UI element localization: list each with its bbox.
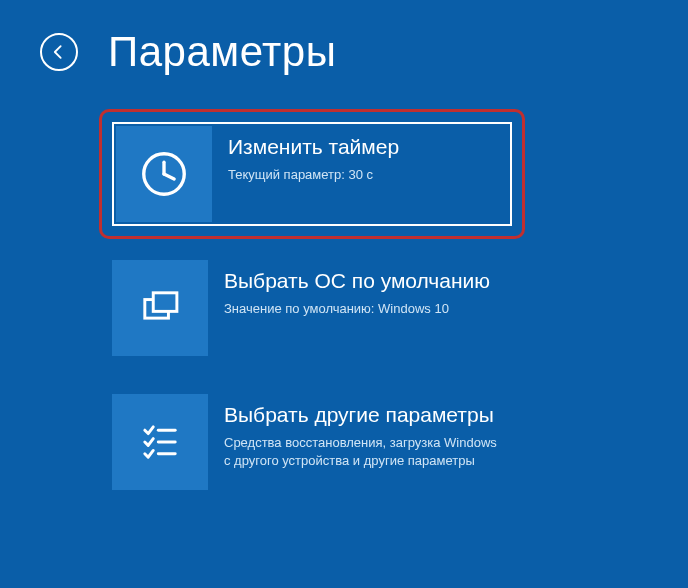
svg-line-2 <box>164 174 174 179</box>
option-title: Изменить таймер <box>228 134 399 160</box>
option-title: Выбрать другие параметры <box>224 402 498 428</box>
clock-icon <box>116 126 212 222</box>
option-change-timer[interactable]: Изменить таймер Текущий параметр: 30 с <box>106 116 518 232</box>
svg-rect-4 <box>153 293 177 312</box>
arrow-left-icon <box>49 42 69 62</box>
option-title: Выбрать ОС по умолчанию <box>224 268 490 294</box>
option-choose-other[interactable]: Выбрать другие параметры Средства восста… <box>112 394 512 506</box>
option-choose-default-os[interactable]: Выбрать ОС по умолчанию Значение по умол… <box>112 260 512 372</box>
checklist-icon <box>112 394 208 490</box>
option-subtitle: Средства восстановления, загрузка Window… <box>224 434 498 469</box>
page-title: Параметры <box>108 28 336 76</box>
option-subtitle: Значение по умолчанию: Windows 10 <box>224 300 490 318</box>
option-subtitle: Текущий параметр: 30 с <box>228 166 399 184</box>
header: Параметры <box>0 0 688 76</box>
windows-icon <box>112 260 208 356</box>
options-list: Изменить таймер Текущий параметр: 30 с В… <box>112 116 688 506</box>
back-button[interactable] <box>40 33 78 71</box>
